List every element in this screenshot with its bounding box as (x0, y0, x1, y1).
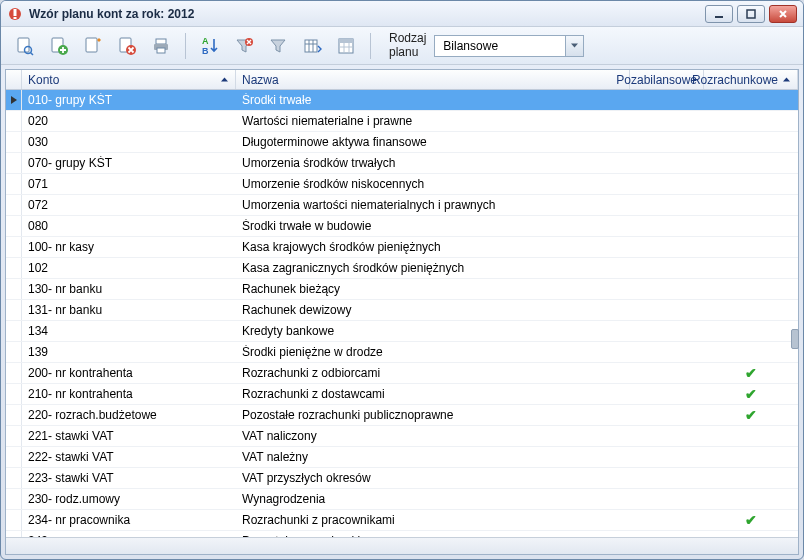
cell-konto: 072 (22, 198, 236, 212)
table-row[interactable]: 134Kredyty bankowe (6, 321, 798, 342)
table-row[interactable]: 131- nr bankuRachunek dewizowy (6, 300, 798, 321)
row-indicator (6, 468, 22, 488)
chevron-down-icon[interactable] (565, 36, 583, 56)
cell-nazwa: Rachunek dewizowy (236, 303, 630, 317)
row-indicator (6, 111, 22, 131)
col-nazwa[interactable]: Nazwa (236, 70, 630, 89)
tool-sort[interactable]: AB (196, 32, 224, 60)
window-controls (705, 5, 797, 23)
tool-columns[interactable] (298, 32, 326, 60)
row-indicator (6, 405, 22, 425)
tool-filter[interactable] (264, 32, 292, 60)
cell-konto: 222- stawki VAT (22, 450, 236, 464)
app-icon (7, 6, 23, 22)
table-row[interactable]: 100- nr kasyKasa krajowych środków pieni… (6, 237, 798, 258)
cell-konto: 139 (22, 345, 236, 359)
table-row[interactable]: 020Wartości niematerialne i prawne (6, 111, 798, 132)
vertical-scrollbar[interactable] (791, 69, 799, 535)
cell-rozrachunkowe: ✔ (704, 407, 798, 423)
maximize-button[interactable] (737, 5, 765, 23)
svg-rect-1 (14, 9, 17, 16)
col-rozrachunkowe[interactable]: Rozrachunkowe (704, 70, 798, 89)
row-indicator (6, 384, 22, 404)
cell-nazwa: Wynagrodzenia (236, 492, 630, 506)
minimize-button[interactable] (705, 5, 733, 23)
row-indicator (6, 426, 22, 446)
check-icon: ✔ (745, 365, 757, 381)
cell-rozrachunkowe: ✔ (704, 365, 798, 381)
cell-konto: 030 (22, 135, 236, 149)
grid-body[interactable]: 010- grupy KŚTŚrodki trwałe020Wartości n… (6, 90, 798, 537)
cell-konto: 020 (22, 114, 236, 128)
tool-edit[interactable] (79, 32, 107, 60)
cell-nazwa: Kredyty bankowe (236, 324, 630, 338)
cell-konto: 131- nr banku (22, 303, 236, 317)
cell-konto: 070- grupy KŚT (22, 156, 236, 170)
cell-konto: 221- stawki VAT (22, 429, 236, 443)
table-row[interactable]: 234- nr pracownikaRozrachunki z pracowni… (6, 510, 798, 531)
table-row[interactable]: 070- grupy KŚTUmorzenia środków trwałych (6, 153, 798, 174)
rodzaj-planu-combo[interactable]: Bilansowe (434, 35, 584, 57)
col-konto-label: Konto (28, 73, 59, 87)
tool-delete[interactable] (113, 32, 141, 60)
cell-konto: 130- nr banku (22, 282, 236, 296)
table-row[interactable]: 200- nr kontrahentaRozrachunki z odbiorc… (6, 363, 798, 384)
tool-print[interactable] (147, 32, 175, 60)
svg-rect-5 (18, 38, 29, 52)
table-row[interactable]: 130- nr bankuRachunek bieżący (6, 279, 798, 300)
check-icon: ✔ (745, 386, 757, 402)
table-row[interactable]: 071Umorzenie środków niskocennych (6, 174, 798, 195)
cell-konto: 234- nr pracownika (22, 513, 236, 527)
table-row[interactable]: 072Umorzenia wartości niematerialnych i … (6, 195, 798, 216)
cell-nazwa: Rachunek bieżący (236, 282, 630, 296)
table-row[interactable]: 030Długoterminowe aktywa finansowe (6, 132, 798, 153)
table-row[interactable]: 080Środki trwałe w budowie (6, 216, 798, 237)
grid-header: Konto Nazwa Pozabilansowe Rozrachunkowe (6, 70, 798, 90)
cell-konto: 100- nr kasy (22, 240, 236, 254)
close-button[interactable] (769, 5, 797, 23)
cell-nazwa: VAT należny (236, 450, 630, 464)
table-row[interactable]: 230- rodz.umowyWynagrodzenia (6, 489, 798, 510)
svg-rect-15 (157, 48, 165, 53)
grid: Konto Nazwa Pozabilansowe Rozrachunkowe … (5, 69, 799, 555)
cell-nazwa: Umorzenie środków niskocennych (236, 177, 630, 191)
cell-konto: 102 (22, 261, 236, 275)
tool-export[interactable] (332, 32, 360, 60)
cell-nazwa: Długoterminowe aktywa finansowe (236, 135, 630, 149)
rodzaj-planu-value: Bilansowe (435, 39, 565, 53)
cell-rozrachunkowe: ✔ (704, 386, 798, 402)
window-title: Wzór planu kont za rok: 2012 (29, 7, 699, 21)
row-indicator (6, 300, 22, 320)
cell-nazwa: Wartości niematerialne i prawne (236, 114, 630, 128)
table-row[interactable]: 223- stawki VATVAT przyszłych okresów (6, 468, 798, 489)
rodzaj-planu-label: Rodzaj planu (381, 32, 428, 60)
row-indicator (6, 174, 22, 194)
tool-filter-clear[interactable] (230, 32, 258, 60)
col-nazwa-label: Nazwa (242, 73, 279, 87)
toolbar: AB Rodzaj planu Bilansowe (1, 27, 803, 65)
col-indicator[interactable] (6, 70, 22, 89)
scrollbar-thumb[interactable] (791, 329, 799, 349)
svg-rect-24 (339, 39, 353, 43)
cell-nazwa: Umorzenia środków trwałych (236, 156, 630, 170)
tool-preview[interactable] (11, 32, 39, 60)
svg-rect-19 (305, 40, 317, 52)
row-indicator (6, 279, 22, 299)
cell-nazwa: Umorzenia wartości niematerialnych i pra… (236, 198, 630, 212)
table-row[interactable]: 221- stawki VATVAT naliczony (6, 426, 798, 447)
cell-konto: 200- nr kontrahenta (22, 366, 236, 380)
table-row[interactable]: 210- nr kontrahentaRozrachunki z dostawc… (6, 384, 798, 405)
cell-nazwa: VAT naliczony (236, 429, 630, 443)
svg-line-7 (31, 52, 34, 55)
col-konto[interactable]: Konto (22, 70, 236, 89)
table-row[interactable]: 010- grupy KŚTŚrodki trwałe (6, 90, 798, 111)
horizontal-scrollbar[interactable] (6, 537, 798, 554)
table-row[interactable]: 222- stawki VATVAT należny (6, 447, 798, 468)
toolbar-separator (185, 33, 186, 59)
cell-nazwa: Kasa zagranicznych środków pieniężnych (236, 261, 630, 275)
cell-konto: 134 (22, 324, 236, 338)
table-row[interactable]: 139Środki pieniężne w drodze (6, 342, 798, 363)
table-row[interactable]: 220- rozrach.budżetowePozostałe rozrachu… (6, 405, 798, 426)
table-row[interactable]: 102Kasa zagranicznych środków pieniężnyc… (6, 258, 798, 279)
tool-add[interactable] (45, 32, 73, 60)
